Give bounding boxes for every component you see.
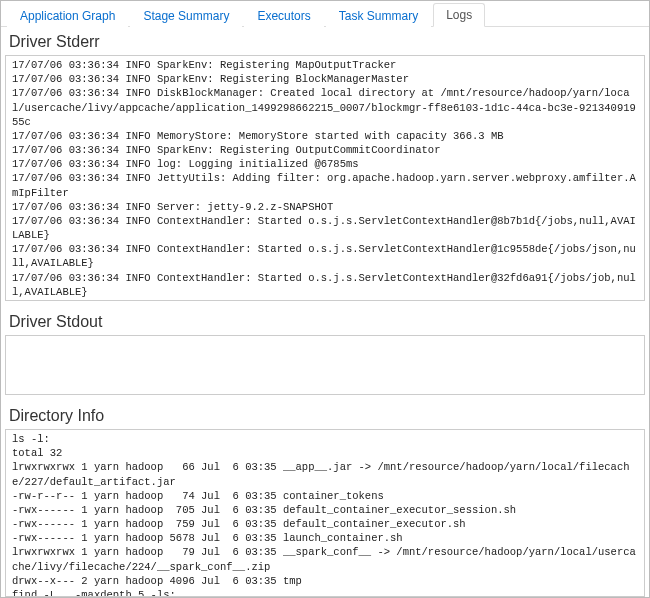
driver-stderr-box[interactable]: 17/07/06 03:36:34 INFO SparkEnv: Registe… xyxy=(5,55,645,301)
directory-info-content: ls -l: total 32 lrwxrwxrwx 1 yarn hadoop… xyxy=(6,430,644,597)
tab-stage-summary[interactable]: Stage Summary xyxy=(130,4,242,27)
directory-info-title: Directory Info xyxy=(1,401,649,429)
driver-stdout-title: Driver Stdout xyxy=(1,307,649,335)
tab-executors[interactable]: Executors xyxy=(244,4,323,27)
tab-bar: Application Graph Stage Summary Executor… xyxy=(1,1,649,27)
tab-logs[interactable]: Logs xyxy=(433,3,485,27)
tab-application-graph[interactable]: Application Graph xyxy=(7,4,128,27)
directory-info-box[interactable]: ls -l: total 32 lrwxrwxrwx 1 yarn hadoop… xyxy=(5,429,645,597)
tab-task-summary[interactable]: Task Summary xyxy=(326,4,431,27)
driver-stderr-title: Driver Stderr xyxy=(1,27,649,55)
driver-stderr-content: 17/07/06 03:36:34 INFO SparkEnv: Registe… xyxy=(6,56,644,301)
logs-panel: Application Graph Stage Summary Executor… xyxy=(0,0,650,598)
driver-stdout-content xyxy=(6,336,644,340)
driver-stdout-box[interactable] xyxy=(5,335,645,395)
